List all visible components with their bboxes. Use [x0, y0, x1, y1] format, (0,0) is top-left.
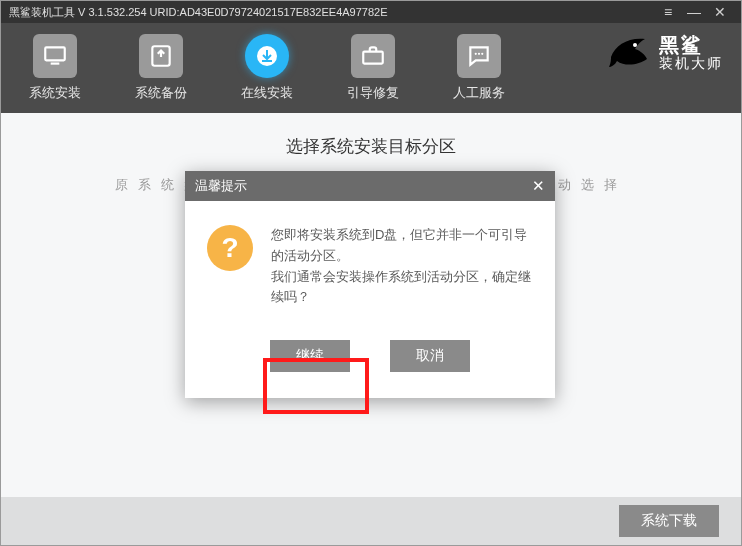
- dialog-message: 您即将安装系统到D盘，但它并非一个可引导的活动分区。 我们通常会安装操作系统到活…: [271, 225, 533, 308]
- nav-label: 系统安装: [29, 84, 81, 102]
- cancel-button[interactable]: 取消: [390, 340, 470, 372]
- nav-manual-service[interactable]: 人工服务: [449, 34, 509, 102]
- toolbox-icon: [351, 34, 395, 78]
- brand-line1: 黑鲨: [659, 34, 723, 56]
- chat-icon: [457, 34, 501, 78]
- nav-label: 在线安装: [241, 84, 293, 102]
- backup-icon: [139, 34, 183, 78]
- svg-point-5: [475, 53, 477, 55]
- svg-rect-4: [363, 52, 383, 64]
- dialog-close-icon[interactable]: ✕: [532, 177, 545, 195]
- navbar: 系统安装 系统备份 在线安装 引导修复 人工服务 黑鲨 装机大师: [1, 23, 741, 113]
- warning-dialog: 温馨提示 ✕ ? 您即将安装系统到D盘，但它并非一个可引导的活动分区。 我们通常…: [185, 171, 555, 398]
- nav-system-backup[interactable]: 系统备份: [131, 34, 191, 102]
- page-title: 选择系统安装目标分区: [1, 113, 741, 158]
- minimize-button[interactable]: —: [681, 4, 707, 20]
- nav-label: 人工服务: [453, 84, 505, 102]
- msg-line1: 您即将安装系统到D盘，但它并非一个可引导的活动分区。: [271, 225, 533, 267]
- svg-point-8: [633, 43, 637, 47]
- shark-icon: [605, 31, 653, 75]
- svg-point-6: [478, 53, 480, 55]
- nav-online-install[interactable]: 在线安装: [237, 34, 297, 102]
- titlebar: 黑鲨装机工具 V 3.1.532.254 URID:AD43E0D7972402…: [1, 1, 741, 23]
- monitor-icon: [33, 34, 77, 78]
- main-area: 选择系统安装目标分区 原系统盘 手动选择 温馨提示 ✕ ? 您即将安装系统到D盘…: [1, 113, 741, 545]
- dialog-header[interactable]: 温馨提示 ✕: [185, 171, 555, 201]
- svg-rect-0: [45, 47, 65, 60]
- dialog-body: ? 您即将安装系统到D盘，但它并非一个可引导的活动分区。 我们通常会安装操作系统…: [185, 201, 555, 322]
- system-download-button[interactable]: 系统下载: [619, 505, 719, 537]
- close-button[interactable]: ✕: [707, 4, 733, 20]
- dialog-title: 温馨提示: [195, 177, 247, 195]
- brand: 黑鲨 装机大师: [605, 31, 723, 75]
- nav-label: 系统备份: [135, 84, 187, 102]
- menu-button[interactable]: ≡: [655, 4, 681, 20]
- bottom-bar: 系统下载: [1, 497, 741, 545]
- svg-point-7: [481, 53, 483, 55]
- msg-line2: 我们通常会安装操作系统到活动分区，确定继续吗？: [271, 267, 533, 309]
- nav-system-install[interactable]: 系统安装: [25, 34, 85, 102]
- question-icon: ?: [207, 225, 253, 271]
- dialog-footer: 继续 取消: [185, 322, 555, 398]
- title-text: 黑鲨装机工具 V 3.1.532.254 URID:AD43E0D7972402…: [9, 5, 655, 20]
- download-icon: [245, 34, 289, 78]
- nav-label: 引导修复: [347, 84, 399, 102]
- svg-rect-1: [51, 63, 60, 65]
- nav-boot-repair[interactable]: 引导修复: [343, 34, 403, 102]
- continue-button[interactable]: 继续: [270, 340, 350, 372]
- brand-line2: 装机大师: [659, 56, 723, 71]
